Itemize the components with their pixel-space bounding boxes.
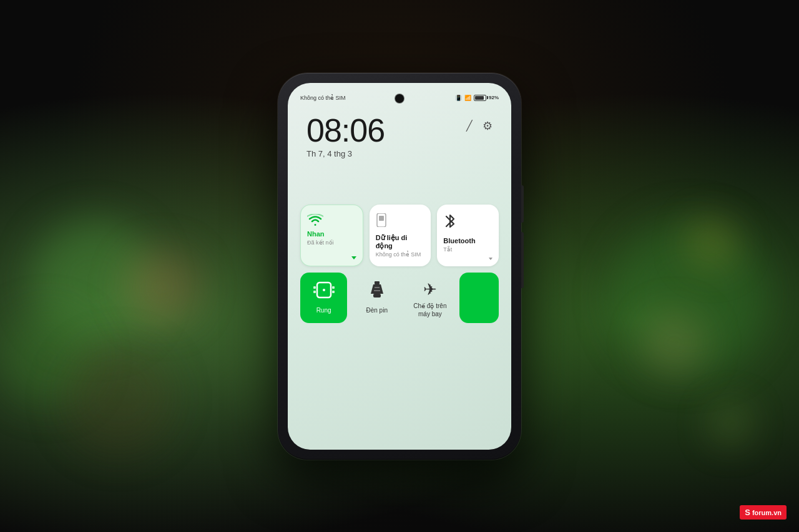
- wifi-tile[interactable]: Nhan Đã kết nối: [300, 205, 363, 266]
- front-camera: [395, 94, 404, 103]
- svg-rect-1: [379, 216, 384, 221]
- mobile-data-label: Dữ liệu di động: [376, 234, 425, 250]
- svg-rect-7: [332, 291, 335, 293]
- side-button-volume-up: [521, 185, 524, 223]
- date-display: Th 7, 4 thg 3: [306, 149, 385, 158]
- wifi-icon: [307, 214, 323, 226]
- vibrate-status-icon: 📳: [455, 95, 462, 101]
- flashlight-tile[interactable]: Đèn pin: [353, 273, 400, 323]
- wifi-label: Nhan: [307, 230, 325, 238]
- battery-indicator: 92%: [474, 95, 499, 101]
- time-section: 08:06 Th 7, 4 thg 3 ╱ ⚙: [306, 114, 493, 158]
- flashlight-label: Đèn pin: [366, 306, 388, 314]
- bokeh-7: [687, 218, 737, 268]
- bluetooth-arrow: [489, 258, 493, 260]
- battery-percent: 92%: [489, 95, 499, 100]
- svg-rect-8: [375, 281, 380, 284]
- quick-action-icons: ╱ ⚙: [466, 119, 493, 133]
- bokeh-4: [125, 249, 200, 324]
- airplane-icon: ✈: [423, 280, 437, 299]
- extra-tile[interactable]: [459, 273, 499, 323]
- tiles-row-1: Nhan Đã kết nối Dữ liệu di động: [300, 205, 499, 266]
- edit-icon[interactable]: ╱: [466, 120, 473, 132]
- watermark-text: forum.vn: [752, 509, 782, 516]
- wifi-arrow: [351, 256, 356, 259]
- watermark-s: S: [745, 508, 750, 517]
- svg-marker-9: [371, 284, 383, 294]
- wifi-status-icon: 📶: [464, 95, 471, 101]
- settings-icon[interactable]: ⚙: [483, 119, 493, 133]
- phone-screen: Không có thẻ SIM 📳 📶 92%: [288, 83, 511, 450]
- bluetooth-label: Bluetooth: [443, 237, 475, 245]
- svg-rect-2: [313, 286, 316, 289]
- svg-rect-3: [313, 291, 316, 293]
- clock-display: 08:06: [306, 114, 385, 147]
- mobile-data-sublabel: Không có thẻ SIM: [376, 251, 421, 259]
- mobile-data-tile[interactable]: Dữ liệu di động Không có thẻ SIM: [370, 205, 431, 266]
- svg-rect-6: [332, 286, 335, 289]
- svg-point-5: [323, 289, 325, 291]
- vibrate-tile[interactable]: Rung: [300, 273, 347, 323]
- svg-rect-10: [373, 294, 381, 297]
- phone-body: Không có thẻ SIM 📳 📶 92%: [278, 73, 521, 460]
- bluetooth-icon: [443, 213, 457, 233]
- sim-icon: [376, 213, 387, 230]
- airplane-label: Chế độ trên máy bay: [410, 302, 449, 318]
- airplane-tile[interactable]: ✈ Chế độ trên máy bay: [406, 273, 453, 323]
- status-icons: 📳 📶 92%: [455, 95, 499, 101]
- sim-status: Không có thẻ SIM: [300, 95, 346, 101]
- vibrate-icon: [312, 280, 336, 302]
- phone-container: Không có thẻ SIM 📳 📶 92%: [278, 73, 521, 460]
- flashlight-icon: [368, 280, 386, 302]
- bokeh-8: [712, 405, 749, 443]
- vibrate-label: Rung: [316, 306, 331, 314]
- bluetooth-tile[interactable]: Bluetooth Tắt: [437, 205, 499, 266]
- bokeh-5: [62, 343, 175, 455]
- quick-tiles: Nhan Đã kết nối Dữ liệu di động: [300, 205, 499, 329]
- side-button-power: [521, 232, 524, 288]
- wifi-sublabel: Đã kết nối: [307, 239, 334, 247]
- forum-watermark: S forum.vn: [740, 505, 787, 520]
- tiles-row-2: Rung: [300, 273, 499, 323]
- bluetooth-sublabel: Tắt: [443, 246, 452, 254]
- bokeh-6: [643, 312, 705, 374]
